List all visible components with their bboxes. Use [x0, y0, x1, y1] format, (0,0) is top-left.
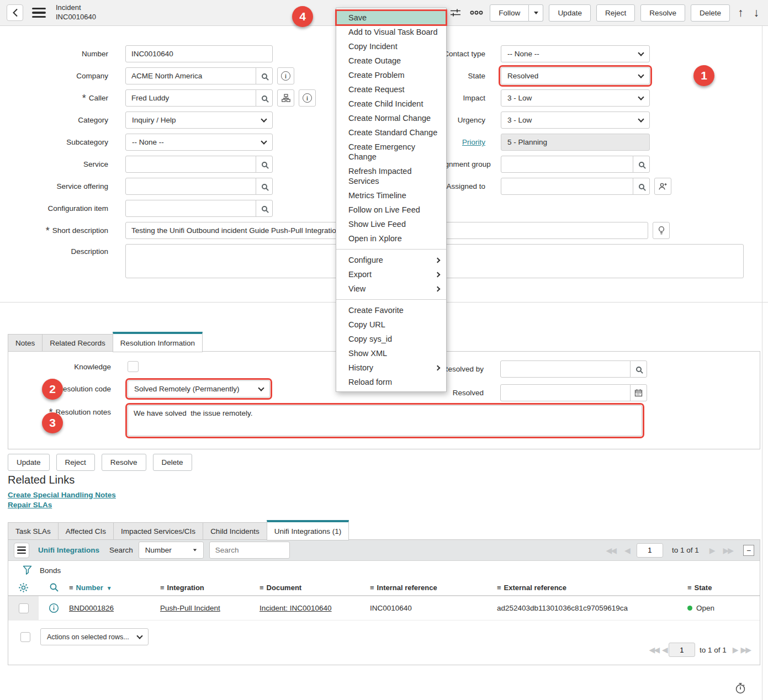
knowledge-checkbox[interactable] — [128, 361, 139, 372]
reject-button[interactable]: Reject — [596, 4, 635, 22]
resolve-button-bottom[interactable]: Resolve — [102, 454, 146, 471]
assignment-group-search-button[interactable] — [633, 156, 650, 173]
column-settings[interactable] — [8, 582, 39, 593]
col-header-state[interactable]: ≡State — [687, 584, 760, 592]
resolve-button[interactable]: Resolve — [640, 4, 685, 22]
resolved-by-search-button[interactable] — [630, 360, 647, 378]
tab-task-slas[interactable]: Task SLAs — [8, 522, 59, 540]
select-all-checkbox[interactable] — [20, 632, 30, 642]
menu-item-reload-form[interactable]: Reload form — [336, 375, 446, 389]
row-checkbox[interactable] — [19, 603, 29, 613]
configuration-item-search-button[interactable] — [256, 200, 273, 217]
more-options-button[interactable] — [469, 4, 484, 21]
menu-item-configure[interactable]: Configure — [336, 253, 446, 267]
follow-dropdown-button[interactable] — [529, 4, 543, 22]
menu-item-create-normal-change[interactable]: Create Normal Change — [336, 111, 446, 125]
tab-affected-cis[interactable]: Affected CIs — [58, 522, 114, 540]
last-page-button[interactable]: ▶▶ — [739, 645, 752, 654]
assign-to-me-button[interactable] — [654, 178, 671, 195]
caller-search-button[interactable] — [256, 89, 273, 107]
service-offering-field[interactable] — [125, 178, 256, 195]
document-link[interactable]: Incident: INC0010640 — [259, 604, 332, 612]
bond-number-link[interactable]: BND0001826 — [69, 604, 114, 612]
menu-item-metrics-timeline[interactable]: Metrics Timeline — [336, 188, 446, 203]
menu-item-create-outage[interactable]: Create Outage — [336, 54, 446, 68]
menu-item-create-request[interactable]: Create Request — [336, 82, 446, 97]
assignment-group-field[interactable] — [501, 156, 633, 173]
resolved-field[interactable] — [500, 384, 631, 401]
menu-item-open-in-xplore[interactable]: Open in Xplore — [336, 231, 446, 246]
menu-item-history[interactable]: History — [336, 360, 446, 375]
menu-item-copy-sys-id[interactable]: Copy sys_id — [336, 332, 446, 346]
first-page-button[interactable]: ◀◀ — [605, 546, 618, 555]
assigned-to-search-button[interactable] — [633, 178, 650, 195]
previous-page-button[interactable]: ◀ — [623, 546, 631, 555]
menu-item-view[interactable]: View — [336, 282, 446, 296]
menu-item-save[interactable]: Save — [336, 10, 446, 25]
col-header-internal-reference[interactable]: ≡Internal reference — [370, 584, 497, 592]
actions-on-selected-rows-select[interactable]: Actions on selected rows... — [40, 628, 149, 645]
impact-select[interactable]: 3 - Low — [501, 89, 650, 107]
company-field[interactable] — [125, 67, 256, 84]
previous-record-button[interactable]: ↑ — [735, 6, 746, 19]
configuration-item-field[interactable] — [125, 200, 256, 217]
subcategory-select[interactable]: -- None -- — [125, 134, 273, 151]
page-number-input[interactable] — [669, 643, 695, 657]
resolved-by-field[interactable] — [500, 360, 631, 378]
contact-type-select[interactable]: -- None -- — [501, 45, 650, 62]
menu-item-copy-incident[interactable]: Copy Incident — [336, 39, 446, 54]
resolution-code-select[interactable]: Solved Remotely (Permanently) — [128, 380, 270, 397]
back-button[interactable] — [7, 4, 23, 21]
tab-child-incidents[interactable]: Child Incidents — [203, 522, 267, 540]
previous-page-button[interactable]: ◀ — [660, 645, 669, 654]
menu-item-create-child-incident[interactable]: Create Child Incident — [336, 97, 446, 111]
menu-item-create-favorite[interactable]: Create Favorite — [336, 303, 446, 317]
menu-item-export[interactable]: Export — [336, 267, 446, 282]
state-select[interactable]: Resolved — [501, 67, 650, 84]
menu-item-show-xml[interactable]: Show XML — [336, 346, 446, 360]
integration-link[interactable]: Push-Pull Incident — [160, 604, 220, 612]
caller-field[interactable] — [125, 89, 256, 107]
repair-slas-link[interactable]: Repair SLAs — [8, 501, 52, 509]
column-search-toggle[interactable] — [39, 582, 69, 592]
assigned-to-field[interactable] — [501, 178, 633, 195]
caller-preview-button[interactable]: i — [299, 89, 316, 107]
urgency-select[interactable]: 3 - Low — [501, 112, 650, 129]
tab-resolution-information[interactable]: Resolution Information — [113, 332, 203, 352]
service-offering-search-button[interactable] — [256, 178, 273, 195]
col-header-external-reference[interactable]: ≡External reference — [497, 584, 687, 592]
col-header-number[interactable]: ≡Number▼ — [69, 584, 160, 592]
knowledge-search-button[interactable] — [653, 222, 670, 239]
personalize-form-button[interactable] — [448, 4, 463, 21]
resolved-calendar-button[interactable] — [630, 384, 647, 401]
menu-item-create-emergency-change[interactable]: Create Emergency Change — [336, 140, 446, 164]
breadcrumb-item[interactable]: Bonds — [40, 566, 61, 575]
next-page-button[interactable]: ▶ — [731, 645, 739, 654]
resolution-notes-field[interactable]: We have solved the issue remotely. — [128, 405, 642, 436]
update-button[interactable]: Update — [549, 4, 591, 22]
page-number-input[interactable] — [637, 543, 663, 558]
tab-unifi-integrations[interactable]: Unifi Integrations (1) — [267, 520, 349, 540]
info-icon[interactable] — [49, 603, 59, 613]
first-page-button[interactable]: ◀◀ — [648, 645, 661, 654]
menu-item-follow-on-live-feed[interactable]: Follow on Live Feed — [336, 203, 446, 217]
col-header-document[interactable]: ≡Document — [259, 584, 370, 592]
funnel-filter-icon[interactable] — [23, 565, 32, 575]
next-page-button[interactable]: ▶ — [708, 546, 716, 555]
list-context-menu-button[interactable] — [14, 543, 29, 558]
priority-link[interactable]: Priority — [462, 138, 485, 146]
category-select[interactable]: Inquiry / Help — [125, 112, 273, 129]
reject-button-bottom[interactable]: Reject — [56, 454, 95, 471]
menu-item-copy-url[interactable]: Copy URL — [336, 317, 446, 332]
form-context-menu-button[interactable] — [32, 8, 46, 18]
follow-button[interactable]: Follow — [490, 4, 529, 22]
delete-button-bottom[interactable]: Delete — [153, 454, 192, 471]
list-search-input[interactable] — [209, 542, 290, 559]
service-field[interactable] — [125, 156, 256, 173]
search-column-select[interactable]: Number — [139, 542, 204, 559]
menu-item-add-to-visual-task-board[interactable]: Add to Visual Task Board — [336, 25, 446, 39]
tab-notes[interactable]: Notes — [8, 334, 43, 352]
menu-item-create-problem[interactable]: Create Problem — [336, 68, 446, 82]
next-record-button[interactable]: ↓ — [751, 6, 762, 19]
tab-related-records[interactable]: Related Records — [42, 334, 113, 352]
